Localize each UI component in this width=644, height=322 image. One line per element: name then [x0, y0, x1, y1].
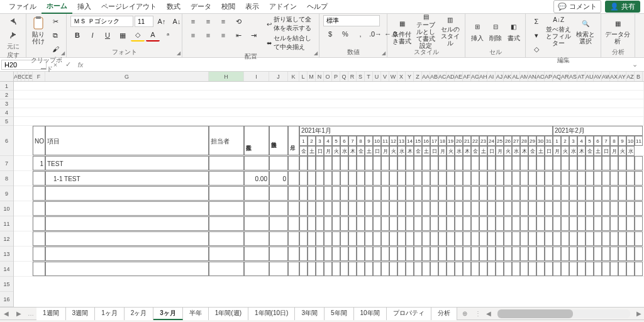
- col-header-AJ[interactable]: AJ: [496, 72, 504, 81]
- insert-function-button[interactable]: fx: [75, 61, 86, 69]
- percent-format-button[interactable]: %: [338, 28, 352, 40]
- fill-button[interactable]: ▾: [530, 29, 543, 42]
- col-header-Y[interactable]: Y: [406, 72, 414, 81]
- insert-cells-button[interactable]: ⊞挿入: [469, 15, 485, 47]
- col-header-Z[interactable]: Z: [414, 72, 422, 81]
- col-header-AN[interactable]: AN: [528, 72, 536, 81]
- increase-decimal-button[interactable]: .0→: [369, 28, 382, 40]
- italic-button[interactable]: I: [86, 29, 99, 42]
- number-format-select[interactable]: [323, 15, 380, 26]
- col-header-AV[interactable]: AV: [594, 72, 602, 81]
- col-header-M[interactable]: M: [308, 72, 316, 81]
- col-header-AD[interactable]: AD: [447, 72, 455, 81]
- phonetic-button[interactable]: ᵃ: [161, 29, 175, 42]
- col-header-X[interactable]: X: [397, 72, 406, 81]
- format-as-table-button[interactable]: ▤テーブルとして書式設定: [415, 15, 436, 47]
- row-header-8[interactable]: 8: [0, 171, 13, 186]
- col-header-P[interactable]: P: [332, 72, 340, 81]
- sheet-tab[interactable]: 3ヶ月: [153, 308, 183, 320]
- copy-button[interactable]: ⧉: [48, 29, 62, 42]
- increase-indent-button[interactable]: ⇥: [247, 29, 260, 42]
- row-header-15[interactable]: 15: [0, 277, 13, 292]
- sheet-tab[interactable]: 1週間: [36, 308, 66, 320]
- font-name-select[interactable]: [70, 16, 133, 27]
- formula-enter-button[interactable]: ✓: [63, 60, 73, 69]
- clear-button[interactable]: ◇: [530, 43, 543, 55]
- menu-data[interactable]: データ: [186, 0, 216, 13]
- sheet-tab[interactable]: 半年: [183, 308, 209, 320]
- cell-styles-button[interactable]: ▥セルのスタイル: [440, 15, 461, 47]
- col-header-N[interactable]: N: [316, 72, 324, 81]
- col-header-G[interactable]: G: [45, 72, 209, 81]
- sheet-tab[interactable]: 1年間(週): [209, 308, 248, 320]
- sheet-tab[interactable]: 1年間(10日): [248, 308, 295, 320]
- menu-help[interactable]: ヘルプ: [302, 0, 333, 13]
- menu-addins[interactable]: アドイン: [264, 0, 302, 13]
- col-header-AB[interactable]: AB: [430, 72, 438, 81]
- col-header-AX[interactable]: AX: [610, 72, 618, 81]
- horizontal-scrollbar[interactable]: [497, 309, 630, 318]
- column-headers[interactable]: ABCDEFGHIJKLMNOPQRSTUVWXYZAAABACADAEAFAG…: [0, 72, 644, 82]
- align-center-button[interactable]: ≡: [201, 29, 215, 42]
- merge-center-button[interactable]: ⬌セルを結合して中央揃え: [267, 34, 315, 52]
- cut-button[interactable]: ✂: [48, 15, 62, 28]
- col-header-Q[interactable]: Q: [340, 72, 348, 81]
- comma-format-button[interactable]: ,: [353, 28, 367, 40]
- analyze-data-button[interactable]: ▦データ分析: [605, 15, 630, 47]
- sheet-tab[interactable]: 1ヶ月: [95, 308, 125, 320]
- font-color-button[interactable]: A: [146, 29, 160, 42]
- menu-file[interactable]: ファイル: [4, 0, 42, 13]
- menu-review[interactable]: 校閲: [216, 0, 240, 13]
- tab-scroll-right[interactable]: ▶: [13, 310, 25, 317]
- hscroll-thumb[interactable]: [497, 309, 573, 318]
- conditional-formatting-button[interactable]: ▦条件付き書式: [391, 15, 413, 47]
- delete-cells-button[interactable]: ⊟削除: [487, 15, 503, 47]
- wrap-text-button[interactable]: ↩折り返して全体を表示する: [267, 15, 315, 33]
- align-top-button[interactable]: ≡: [186, 15, 200, 28]
- col-header-L[interactable]: L: [299, 72, 308, 81]
- orientation-button[interactable]: ⟲: [231, 15, 245, 28]
- col-header-AW[interactable]: AW: [602, 72, 610, 81]
- redo-button[interactable]: [6, 29, 20, 42]
- col-header-T[interactable]: T: [365, 72, 373, 81]
- col-header-U[interactable]: U: [373, 72, 381, 81]
- row-header-4[interactable]: 4: [0, 108, 13, 117]
- col-header-AT[interactable]: AT: [577, 72, 586, 81]
- row-header-11[interactable]: 11: [0, 216, 13, 231]
- col-header-S[interactable]: S: [357, 72, 365, 81]
- col-header-V[interactable]: V: [381, 72, 389, 81]
- col-header-AM[interactable]: AM: [520, 72, 528, 81]
- col-header-AY[interactable]: AY: [618, 72, 626, 81]
- sheet-tab[interactable]: 10年間: [354, 308, 387, 320]
- menu-insert[interactable]: 挿入: [72, 0, 96, 13]
- find-select-button[interactable]: 🔍検索と選択: [574, 15, 597, 47]
- row-headers[interactable]: 1234567891011121314151617: [0, 82, 14, 307]
- sheet-tab[interactable]: 2ヶ月: [125, 308, 154, 320]
- col-header-W[interactable]: W: [389, 72, 397, 81]
- autosum-button[interactable]: Σ: [530, 15, 543, 28]
- col-header-AG[interactable]: AG: [471, 72, 479, 81]
- align-right-button[interactable]: ≡: [216, 29, 230, 42]
- col-header-H[interactable]: H: [209, 72, 244, 81]
- worksheet-area[interactable]: 1234567891011121314151617 NO項目担当者作業工数進捗状…: [0, 82, 644, 307]
- row-header-9[interactable]: 9: [0, 186, 13, 201]
- row-header-1[interactable]: 1: [0, 82, 13, 91]
- fill-color-button[interactable]: ◇: [131, 29, 145, 42]
- format-painter-button[interactable]: 🖌: [48, 43, 62, 55]
- underline-button[interactable]: U: [101, 29, 114, 42]
- sheet-tab[interactable]: 分析: [431, 308, 457, 320]
- align-bottom-button[interactable]: ≡: [216, 15, 230, 28]
- col-header-O[interactable]: O: [324, 72, 332, 81]
- row-header-16[interactable]: 16: [0, 292, 13, 307]
- row-header-5[interactable]: 5: [0, 117, 13, 126]
- increase-font-button[interactable]: A↑: [155, 15, 169, 28]
- col-header-AR[interactable]: AR: [561, 72, 569, 81]
- col-header-J[interactable]: J: [269, 72, 288, 81]
- hscroll-left[interactable]: ◀: [484, 310, 494, 317]
- col-header-K[interactable]: K: [288, 72, 299, 81]
- menu-page-layout[interactable]: ページレイアウト: [96, 0, 162, 13]
- row-header-13[interactable]: 13: [0, 247, 13, 262]
- col-header-AA[interactable]: AA: [422, 72, 430, 81]
- border-button[interactable]: ▦: [116, 29, 130, 42]
- share-button[interactable]: 👤 共有: [605, 1, 640, 13]
